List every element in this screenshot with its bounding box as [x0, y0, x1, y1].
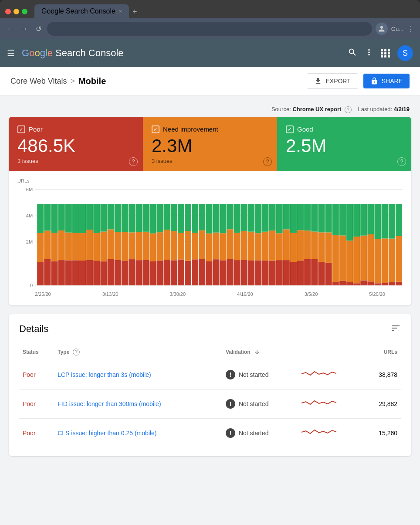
- address-bar[interactable]: [47, 22, 372, 36]
- row-validation: !Not started: [222, 389, 298, 418]
- svg-rect-68: [171, 204, 177, 231]
- new-tab-button[interactable]: +: [132, 7, 137, 17]
- svg-rect-11: [37, 204, 44, 233]
- stat-need-header: Need improvement: [152, 125, 268, 133]
- svg-rect-15: [51, 261, 58, 285]
- stat-poor-header: Poor: [17, 125, 134, 133]
- nav-right: Gu... ⋮: [376, 23, 415, 35]
- svg-rect-101: [248, 204, 254, 232]
- help-circle[interactable]: ?: [345, 106, 352, 113]
- col-sparkline-header: [298, 344, 362, 360]
- svg-rect-25: [72, 233, 79, 260]
- need-help-icon[interactable]: ?: [263, 157, 272, 166]
- svg-rect-31: [86, 230, 93, 260]
- svg-rect-24: [72, 260, 79, 285]
- search-icon[interactable]: [348, 47, 357, 59]
- poor-checkbox[interactable]: [17, 125, 25, 133]
- google-logo: Google: [22, 47, 53, 59]
- svg-rect-120: [297, 261, 304, 285]
- svg-rect-70: [178, 233, 184, 259]
- type-help-icon[interactable]: ?: [73, 349, 80, 356]
- svg-rect-50: [129, 204, 135, 232]
- svg-rect-47: [122, 204, 128, 232]
- maximize-button[interactable]: [22, 9, 27, 14]
- svg-rect-156: [382, 283, 388, 285]
- good-checkbox[interactable]: [286, 125, 294, 133]
- details-card: Details Status Type ?: [9, 314, 411, 456]
- tab-close-icon[interactable]: ×: [119, 8, 122, 14]
- svg-rect-128: [311, 204, 318, 232]
- svg-rect-93: [234, 260, 240, 285]
- stat-poor: Poor 486.5K 3 issues ?: [9, 117, 143, 171]
- row-type[interactable]: CLS issue: higher than 0.25 (mobile): [54, 418, 222, 447]
- svg-rect-148: [360, 235, 367, 280]
- x-label-3: 3/30/20: [169, 291, 186, 297]
- svg-rect-112: [276, 233, 283, 260]
- active-tab[interactable]: Google Search Console ×: [34, 4, 129, 18]
- svg-rect-129: [318, 262, 325, 285]
- poor-help-icon[interactable]: ?: [129, 157, 138, 166]
- svg-rect-86: [213, 204, 219, 233]
- apps-icon[interactable]: [381, 49, 390, 58]
- svg-rect-39: [108, 259, 114, 285]
- row-status: Poor: [19, 360, 54, 389]
- chart-x-labels: 2/25/20 3/13/20 3/30/20 4/16/20 3/5/20 5…: [17, 290, 403, 297]
- good-help-icon[interactable]: ?: [397, 157, 406, 166]
- svg-rect-81: [206, 261, 212, 285]
- svg-rect-162: [396, 281, 402, 285]
- svg-rect-33: [93, 261, 100, 285]
- share-button[interactable]: SHARE: [363, 74, 410, 88]
- col-validation[interactable]: Validation: [222, 344, 298, 360]
- forward-button[interactable]: →: [19, 25, 30, 33]
- svg-rect-49: [129, 232, 135, 259]
- source-bar: Source: Chrome UX report ? Last updated:…: [9, 102, 411, 117]
- svg-rect-52: [135, 232, 142, 260]
- need-issues: 3 issues: [152, 158, 268, 164]
- source-name: Chrome UX report: [292, 106, 341, 112]
- minimize-button[interactable]: [14, 9, 19, 14]
- profile-button[interactable]: [376, 23, 388, 35]
- topbar: ☰ Google Search Console S: [0, 39, 420, 67]
- svg-rect-74: [185, 204, 191, 231]
- close-button[interactable]: [5, 9, 11, 14]
- back-button[interactable]: ←: [5, 25, 16, 33]
- svg-text:4M: 4M: [26, 213, 33, 218]
- svg-rect-134: [325, 204, 332, 232]
- filter-icon[interactable]: [390, 323, 401, 335]
- row-sparkline: [298, 418, 362, 447]
- svg-rect-135: [332, 282, 339, 285]
- sparkline: [301, 367, 336, 380]
- export-button[interactable]: EXPORT: [307, 73, 358, 89]
- row-urls: 15,260: [362, 418, 401, 447]
- svg-rect-69: [178, 259, 184, 285]
- chart-y-label: URLs: [17, 178, 403, 183]
- svg-rect-72: [185, 261, 191, 285]
- svg-rect-36: [100, 261, 107, 285]
- breadcrumb-parent[interactable]: Core Web Vitals: [10, 77, 67, 86]
- svg-rect-37: [100, 231, 107, 261]
- svg-rect-157: [382, 238, 388, 283]
- svg-rect-64: [164, 230, 170, 260]
- table-row: PoorLCP issue: longer than 3s (mobile)!N…: [19, 360, 401, 389]
- poor-issues: 3 issues: [17, 158, 134, 164]
- svg-rect-48: [129, 259, 135, 285]
- svg-rect-114: [283, 260, 290, 285]
- hamburger-icon[interactable]: ☰: [7, 48, 15, 58]
- need-checkbox[interactable]: [152, 125, 159, 133]
- reload-button[interactable]: ↺: [33, 25, 44, 33]
- svg-rect-144: [353, 283, 360, 285]
- details-table: Status Type ? Validation: [19, 344, 401, 447]
- more-options-icon[interactable]: [364, 47, 374, 59]
- avatar[interactable]: S: [397, 45, 413, 61]
- svg-rect-28: [79, 233, 86, 261]
- browser-menu-icon[interactable]: ⋮: [407, 24, 415, 34]
- row-type[interactable]: FID issue: longer than 300ms (mobile): [54, 389, 222, 418]
- svg-rect-152: [367, 204, 374, 234]
- svg-rect-10: [37, 233, 44, 262]
- svg-rect-71: [178, 204, 184, 233]
- svg-rect-83: [206, 204, 212, 234]
- svg-rect-100: [248, 231, 254, 260]
- svg-rect-99: [248, 261, 254, 285]
- not-started-icon: !: [226, 370, 235, 379]
- row-type[interactable]: LCP issue: longer than 3s (mobile): [54, 360, 222, 389]
